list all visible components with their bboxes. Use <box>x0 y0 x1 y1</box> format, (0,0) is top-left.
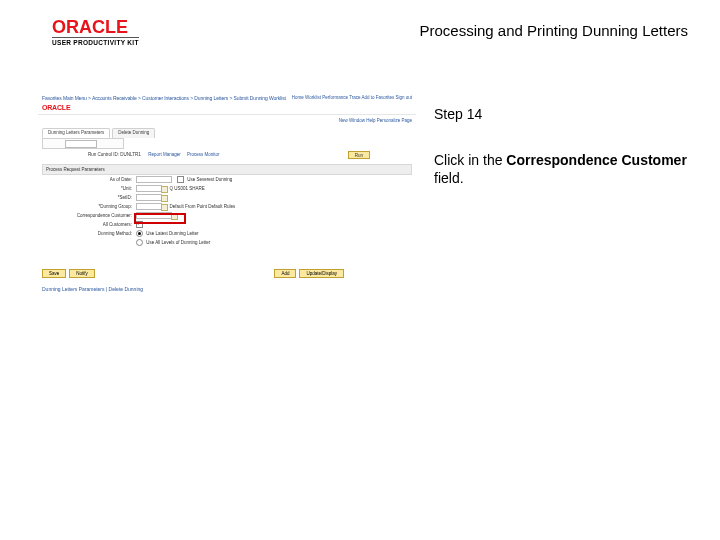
app-logo-row: ORACLE <box>38 104 416 115</box>
row-dmethod1: Dunning Method: Use Latest Dunning Lette… <box>42 230 412 238</box>
report-manager-link[interactable]: Report Manager <box>148 152 181 157</box>
allcust-checkbox[interactable] <box>136 221 143 228</box>
use-severest-checkbox[interactable] <box>177 176 184 183</box>
upk-subtitle: USER PRODUCTIVITY KIT <box>52 37 139 46</box>
dmethod-label: Dunning Method: <box>42 231 132 236</box>
row-group: *Dunning Group: Default From Point Defau… <box>42 203 412 211</box>
dmethod-opt2: Use All Levels of Dunning Letter <box>136 239 210 246</box>
section-bar: Process Request Parameters <box>42 164 412 175</box>
run-control-line: Run Control ID: DUNLTR1 Report Manager P… <box>88 152 370 162</box>
update-display-button[interactable]: Update/Display <box>299 269 344 278</box>
unit-input[interactable] <box>136 185 162 192</box>
instruction-lead: Click in the <box>434 152 506 168</box>
asof-label: As of Date: <box>42 177 132 182</box>
action-bar-left: Save Notify <box>42 269 95 278</box>
row-unit: *Unit: Q US001 SHARE <box>42 185 412 193</box>
app-topbar: Favorites Main Menu > Accounts Receivabl… <box>38 94 416 104</box>
allcust-value <box>136 221 145 228</box>
dmethod-radio-latest[interactable] <box>136 230 143 237</box>
group-value: Default From Point Default Rules <box>136 203 235 210</box>
add-button[interactable]: Add <box>274 269 296 278</box>
row-setid: *SetID: <box>42 194 412 202</box>
dmethod-all-label: Use All Levels of Dunning Letter <box>146 240 210 245</box>
page-header: ORACLE USER PRODUCTIVITY KIT Processing … <box>0 20 720 60</box>
use-severest-label: Use Severest Dunning <box>187 177 232 182</box>
row-allcust: All Customers: <box>42 221 412 229</box>
row-asof: As of Date: Use Severest Dunning <box>42 176 412 184</box>
correspondence-value <box>136 212 172 219</box>
app-screenshot: Favorites Main Menu > Accounts Receivabl… <box>38 94 416 306</box>
tab-row: Dunning Letters Parameters Delete Dunnin… <box>42 128 155 138</box>
action-bar-right: Add Update/Display <box>274 269 344 278</box>
form-area: As of Date: Use Severest Dunning *Unit: … <box>42 176 412 248</box>
oracle-wordmark: ORACLE <box>52 18 139 36</box>
correspondence-input[interactable] <box>136 212 172 219</box>
setid-input[interactable] <box>136 194 162 201</box>
save-button[interactable]: Save <box>42 269 66 278</box>
group-desc: Default From Point Default Rules <box>170 204 236 209</box>
instruction-bold: Correspondence Customer <box>506 152 686 168</box>
asof-input[interactable] <box>136 176 172 183</box>
breadcrumb[interactable]: Favorites Main Menu > Accounts Receivabl… <box>42 95 286 101</box>
page-utility-links[interactable]: New Window Help Personalize Page <box>339 118 412 123</box>
dmethod-latest-label: Use Latest Dunning Letter <box>146 231 198 236</box>
tab-delete-dunning[interactable]: Delete Dunning <box>112 128 155 138</box>
allcust-label: All Customers: <box>42 222 132 227</box>
row-dmethod2: Use All Levels of Dunning Letter <box>42 239 412 247</box>
setid-value <box>136 194 162 201</box>
run-control-input[interactable] <box>65 140 97 148</box>
instruction-text: Click in the Correspondence Customer fie… <box>434 152 690 187</box>
footer-tablinks[interactable]: Dunning Letters Parameters | Delete Dunn… <box>42 286 143 292</box>
run-control-value: DUNLTR1 <box>120 152 140 157</box>
tab-dunning-parameters[interactable]: Dunning Letters Parameters <box>42 128 110 138</box>
run-control-label: Run Control ID: <box>88 152 119 157</box>
instruction-tail: field. <box>434 170 464 186</box>
run-button[interactable]: Run <box>348 151 370 159</box>
instruction-column: Step 14 Click in the Correspondence Cust… <box>434 106 690 187</box>
group-input[interactable] <box>136 203 162 210</box>
unit-value: Q US001 SHARE <box>136 185 205 192</box>
app-oracle-logo: ORACLE <box>42 104 70 111</box>
dmethod-opt1: Use Latest Dunning Letter <box>136 230 199 237</box>
asof-value: Use Severest Dunning <box>136 176 232 183</box>
brand-logo: ORACLE USER PRODUCTIVITY KIT <box>52 18 139 46</box>
dmethod-radio-all[interactable] <box>136 239 143 246</box>
process-monitor-link[interactable]: Process Monitor <box>187 152 220 157</box>
unit-label: *Unit: <box>42 186 132 191</box>
document-title: Processing and Printing Dunning Letters <box>420 22 689 39</box>
row-correspondence: Correspondence Customer: <box>42 212 412 220</box>
correspondence-label: Correspondence Customer: <box>42 213 132 218</box>
step-label: Step 14 <box>434 106 690 122</box>
setid-label: *SetID: <box>42 195 132 200</box>
notify-button[interactable]: Notify <box>69 269 95 278</box>
unit-desc: Q US001 SHARE <box>170 186 205 191</box>
run-control-box <box>42 138 124 149</box>
top-right-links[interactable]: Home Worklist Performance Trace Add to F… <box>292 95 412 100</box>
group-label: *Dunning Group: <box>42 204 132 209</box>
